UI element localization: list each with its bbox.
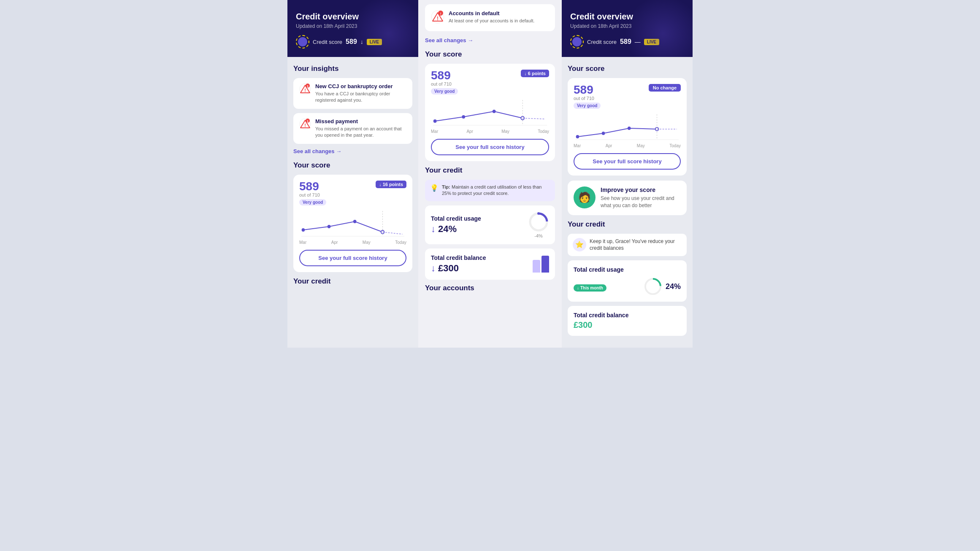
- usage-right-3: 24%: [644, 277, 681, 296]
- chart-label-mar-3: Mar: [574, 143, 581, 148]
- score-number-2: 589: [431, 70, 458, 81]
- usage-change: -4%: [534, 233, 543, 238]
- usage-percent: 24%: [438, 224, 457, 235]
- avatar-inner: [298, 37, 307, 46]
- svg-text:!: !: [437, 16, 439, 22]
- see-all-changes-link-1[interactable]: See all changes →: [293, 148, 412, 154]
- svg-point-12: [353, 220, 357, 223]
- credit-title-1: Your credit: [293, 277, 412, 286]
- star-icon: ⭐: [573, 238, 586, 251]
- score-left-2: 589 out of 710 Very good: [431, 70, 458, 95]
- improve-avatar: 🧑: [574, 186, 596, 208]
- score-card-1: 589 out of 710 Very good ↓ 16 points: [293, 175, 412, 272]
- panel-1-score-row: Credit score 589 ↓ LIVE: [296, 35, 410, 49]
- credit-usage-card: Total credit usage ↓ 24% -4%: [425, 205, 555, 244]
- chart-labels-3: Mar Apr May Today: [574, 143, 681, 148]
- chart-label-may-1: May: [363, 240, 371, 245]
- improve-desc: See how you use your credit and what you…: [601, 195, 681, 209]
- credit-balance-value-3: £300: [574, 320, 628, 330]
- panel-2-content: ! ! Accounts in default At least one of …: [418, 0, 562, 302]
- insight-missed-title: Missed payment: [315, 118, 406, 124]
- score-out-of-1: out of 710: [299, 192, 326, 197]
- svg-point-10: [302, 228, 305, 232]
- this-month-label: This month: [580, 286, 603, 290]
- this-month-badge: ↓ This month: [574, 284, 606, 292]
- balance-amount: £300: [438, 263, 459, 274]
- insights-title: Your insights: [293, 65, 412, 73]
- score-label-1: Very good: [299, 199, 326, 205]
- insight-ccj-title: New CCJ or bankruptcy order: [315, 83, 406, 89]
- svg-point-32: [628, 127, 631, 130]
- svg-text:1: 1: [307, 84, 309, 88]
- credit-usage-left: Total credit usage ↓ 24%: [431, 215, 481, 235]
- usage-left-3: ↓ This month: [574, 282, 606, 292]
- svg-text:!: !: [440, 12, 441, 16]
- usage-circle-chart: [528, 211, 549, 232]
- score-history-btn-3[interactable]: See your full score history: [574, 153, 681, 170]
- score-title-1: Your score: [293, 161, 412, 170]
- score-number-1: 589: [299, 181, 326, 192]
- chart-label-today-2: Today: [538, 129, 549, 134]
- no-change-badge: No change: [649, 84, 681, 92]
- panel-1-title: Credit overview: [296, 12, 410, 22]
- default-card: ! ! Accounts in default At least one of …: [425, 4, 555, 31]
- tip-content: Maintain a credit card utilisation of le…: [442, 184, 541, 196]
- chart-labels-1: Mar Apr May Today: [299, 240, 406, 245]
- credit-balance-title-3: Total credit balance: [574, 312, 628, 319]
- svg-point-11: [328, 225, 331, 228]
- header-score-dash-3: —: [635, 38, 641, 45]
- score-number-3: 589: [574, 84, 601, 96]
- avatar-inner-3: [572, 37, 582, 46]
- default-text: Accounts in default At least one of your…: [449, 10, 535, 24]
- panel-3-header: Credit overview Updated on 18th April 20…: [562, 0, 693, 57]
- credit-usage-title: Total credit usage: [431, 215, 481, 222]
- score-top-3: 589 out of 710 Very good No change: [574, 84, 681, 109]
- svg-text:!: !: [304, 88, 306, 93]
- score-out-of-2: out of 710: [431, 81, 458, 86]
- panel-3: Credit overview Updated on 18th April 20…: [562, 0, 693, 348]
- default-title: Accounts in default: [449, 10, 535, 16]
- ccj-icon: ! 1: [299, 83, 311, 97]
- tip-bold: Tip:: [442, 184, 450, 189]
- bulb-icon: 💡: [430, 184, 439, 192]
- credit-title-3: Your credit: [568, 220, 687, 229]
- balance-bar-chart: [533, 256, 549, 273]
- header-score-label: Credit score: [313, 39, 342, 45]
- score-top-2: 589 out of 710 Very good ↓ 6 points: [431, 70, 549, 95]
- chart-labels-2: Mar Apr May Today: [431, 129, 549, 134]
- svg-point-22: [462, 115, 465, 119]
- see-all-changes-link-2[interactable]: See all changes →: [425, 37, 555, 43]
- chart-label-may-3: May: [637, 143, 645, 148]
- chart-label-mar-2: Mar: [431, 129, 438, 134]
- chart-label-apr-3: Apr: [606, 143, 612, 148]
- score-card-3: 589 out of 710 Very good No change: [568, 78, 687, 176]
- svg-point-29: [537, 212, 540, 215]
- credit-balance-card-3: Total credit balance £300: [568, 306, 687, 336]
- bar-2: [541, 256, 549, 273]
- chart-label-today-3: Today: [669, 143, 681, 148]
- chart-label-today-1: Today: [395, 240, 406, 245]
- avatar: [296, 35, 309, 49]
- usage-pct-3: 24%: [666, 282, 681, 291]
- svg-text:!: !: [304, 123, 306, 128]
- insight-ccj-text: New CCJ or bankruptcy order You have a C…: [315, 83, 406, 104]
- panel-3-score-row: Credit score 589 — LIVE: [570, 35, 684, 49]
- score-left-3: 589 out of 710 Very good: [574, 84, 601, 109]
- header-score-value: 589: [346, 38, 357, 46]
- keep-up-text: Keep it up, Grace! You've reduce your cr…: [590, 238, 682, 252]
- chart-2: [431, 98, 549, 127]
- default-desc: At least one of your accounts is in defa…: [449, 18, 535, 24]
- svg-text:1: 1: [307, 119, 309, 123]
- credit-balance-card: Total credit balance ↓ £300: [425, 248, 555, 280]
- keep-up-card: ⭐ Keep it up, Grace! You've reduce your …: [568, 234, 687, 257]
- tip-text: Tip: Maintain a credit card utilisation …: [442, 184, 550, 197]
- credit-usage-title-3: Total credit usage: [574, 266, 624, 273]
- svg-point-30: [576, 135, 579, 138]
- panel-3-title: Credit overview: [570, 12, 684, 22]
- down-arrow-balance: ↓: [431, 263, 436, 274]
- score-label-2: Very good: [431, 88, 458, 95]
- panel-1-subtitle: Updated on 18th April 2023: [296, 23, 410, 29]
- svg-point-31: [602, 132, 605, 135]
- score-history-btn-2[interactable]: See your full score history: [431, 139, 549, 155]
- score-history-btn-1[interactable]: See your full score history: [299, 250, 406, 266]
